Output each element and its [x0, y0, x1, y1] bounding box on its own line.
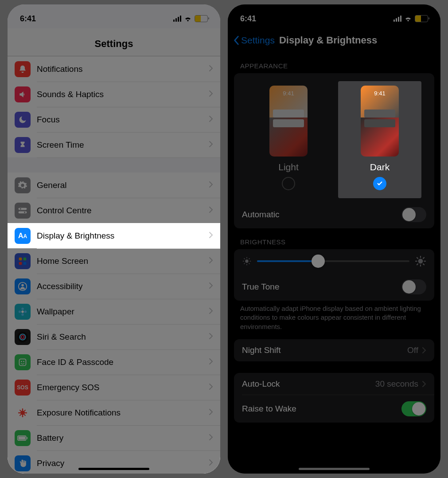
cellular-icon — [393, 16, 401, 22]
face-icon — [15, 354, 31, 370]
settings-list[interactable]: NotificationsSounds & HapticsFocusScreen… — [8, 56, 220, 474]
brightness-slider[interactable] — [257, 260, 409, 262]
automatic-label: Automatic — [242, 210, 279, 219]
row-control[interactable]: Control Centre — [8, 198, 220, 223]
row-label: Privacy — [37, 458, 209, 468]
chevron-right-icon — [209, 180, 213, 190]
chevron-right-icon — [422, 347, 426, 354]
chevron-right-icon — [209, 90, 213, 99]
appearance-light-option[interactable]: 9:41 Light — [247, 81, 330, 198]
svg-line-44 — [244, 263, 245, 264]
chevron-right-icon — [209, 332, 213, 342]
flower-icon — [15, 304, 31, 320]
brightness-slider-row — [234, 249, 434, 273]
svg-rect-4 — [19, 257, 22, 260]
svg-line-45 — [249, 259, 250, 259]
home-indicator[interactable] — [78, 468, 149, 470]
row-privacy[interactable]: Privacy — [8, 451, 220, 474]
chevron-right-icon — [209, 282, 213, 291]
row-general[interactable]: General — [8, 172, 220, 198]
battery-icon — [195, 15, 208, 22]
svg-point-20 — [23, 361, 24, 362]
wifi-icon — [404, 16, 412, 22]
status-time: 6:41 — [240, 14, 256, 24]
chevron-right-icon — [209, 206, 213, 215]
battery-icon — [415, 15, 428, 22]
svg-line-43 — [249, 263, 250, 264]
row-sos[interactable]: SOSEmergency SOS — [8, 375, 220, 400]
svg-line-42 — [244, 259, 245, 259]
row-notifications[interactable]: Notifications — [8, 56, 220, 82]
svg-point-46 — [418, 259, 423, 264]
svg-point-19 — [21, 361, 22, 362]
auto-lock-row[interactable]: Auto-Lock 30 seconds — [234, 373, 434, 395]
appearance-dark-option[interactable]: 9:41 Dark — [338, 81, 421, 198]
svg-rect-36 — [19, 436, 25, 439]
row-wallpaper[interactable]: Wallpaper — [8, 299, 220, 324]
row-screentime[interactable]: Screen Time — [8, 132, 220, 157]
svg-line-52 — [423, 263, 424, 265]
row-label: Wallpaper — [37, 307, 209, 317]
virus-icon — [15, 405, 31, 421]
light-preview: 9:41 — [269, 86, 308, 157]
svg-point-30 — [19, 412, 20, 413]
appearance-card: 9:41 Light 9:41 Dark Automatic — [234, 73, 434, 228]
check-icon — [377, 180, 383, 187]
night-shift-label: Night Shift — [242, 345, 281, 355]
row-battery[interactable]: Battery — [8, 425, 220, 451]
svg-point-9 — [21, 284, 24, 286]
svg-point-15 — [17, 332, 28, 342]
automatic-toggle[interactable] — [401, 207, 426, 222]
chevron-right-icon — [209, 408, 213, 418]
switches-icon — [15, 203, 31, 219]
svg-line-51 — [417, 257, 418, 259]
night-shift-value: Off — [407, 345, 418, 355]
true-tone-footnote: Automatically adapt iPhone display based… — [228, 301, 440, 339]
sun-max-icon — [415, 255, 426, 267]
row-focus[interactable]: Focus — [8, 107, 220, 132]
row-faceid[interactable]: Face ID & Passcode — [8, 349, 220, 375]
row-label: Siri & Search — [37, 332, 209, 342]
light-label: Light — [249, 162, 327, 172]
svg-rect-2 — [19, 211, 27, 213]
SOS-icon: SOS — [15, 380, 31, 396]
row-sounds[interactable]: Sounds & Haptics — [8, 82, 220, 107]
status-bar: 6:41 — [8, 4, 220, 28]
row-exposure[interactable]: Exposure Notifications — [8, 400, 220, 425]
svg-point-14 — [19, 310, 21, 313]
svg-line-29 — [24, 410, 25, 411]
moon-icon — [15, 112, 31, 128]
svg-point-10 — [21, 310, 24, 313]
svg-line-53 — [417, 263, 418, 265]
row-label: Notifications — [37, 64, 209, 74]
chevron-right-icon — [209, 115, 213, 125]
back-label: Settings — [241, 35, 275, 46]
night-shift-row[interactable]: Night Shift Off — [234, 339, 434, 361]
row-accessibility[interactable]: Accessibility — [8, 274, 220, 299]
raise-to-wake-toggle[interactable] — [401, 401, 426, 416]
home-indicator[interactable] — [299, 468, 370, 470]
row-label: Display & Brightness — [37, 231, 209, 241]
dark-label: Dark — [341, 162, 419, 172]
chevron-right-icon — [209, 256, 213, 266]
svg-point-12 — [24, 310, 27, 313]
svg-line-28 — [20, 415, 21, 415]
row-display[interactable]: AADisplay & Brightness — [8, 223, 220, 248]
person-icon — [15, 278, 31, 294]
back-button[interactable]: Settings — [233, 35, 275, 46]
raise-to-wake-label: Raise to Wake — [242, 404, 296, 414]
row-siri[interactable]: Siri & Search — [8, 324, 220, 349]
light-radio[interactable] — [282, 177, 295, 190]
auto-lock-label: Auto-Lock — [242, 379, 280, 389]
svg-line-26 — [20, 410, 21, 411]
row-home[interactable]: Home Screen — [8, 248, 220, 274]
chevron-right-icon — [209, 433, 213, 443]
row-label: General — [37, 180, 209, 190]
chevron-right-icon — [209, 383, 213, 392]
chevron-right-icon — [209, 458, 213, 468]
battery-icon — [15, 430, 31, 446]
true-tone-label: True Tone — [242, 282, 280, 292]
sun-min-icon — [242, 256, 252, 266]
dark-radio[interactable] — [373, 177, 386, 190]
true-tone-toggle[interactable] — [401, 279, 426, 294]
